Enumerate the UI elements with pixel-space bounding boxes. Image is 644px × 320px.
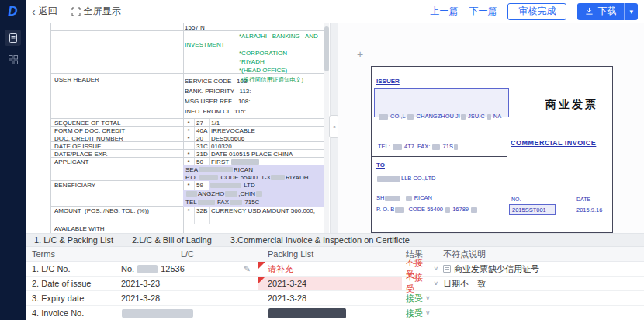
download-button[interactable]: 下载	[577, 3, 624, 20]
result-select[interactable]: 接受∨	[406, 308, 431, 319]
redacted-text	[230, 200, 242, 205]
tab-lc-packing-list[interactable]: 1. L/C & Packing List	[34, 235, 113, 245]
cell-packing-list: 请补充	[258, 262, 402, 276]
cell-terms: 3. Expiry date	[26, 291, 116, 305]
to-label: TO	[376, 162, 385, 169]
error-flag-icon	[258, 277, 265, 283]
highlighted-field[interactable]: P.O. CODE 55400 T-3RIYADH	[183, 173, 326, 181]
cell-result: 不接受∨	[402, 277, 438, 290]
download-split-button: 下载 ▾	[577, 3, 638, 20]
cell-terms: 2. Date of issue	[26, 277, 116, 290]
sidebar-item-dashboard[interactable]	[5, 51, 21, 68]
next-doc-link[interactable]: 下一篇	[469, 5, 497, 18]
swift-field-row: DATE OF ISSUE31C010320	[51, 142, 326, 150]
packing-list-value: 请补充	[268, 263, 293, 275]
download-dropdown-button[interactable]: ▾	[624, 3, 638, 20]
redacted-text	[271, 175, 285, 180]
field-mark: *	[183, 182, 194, 189]
invoice-title-en: COMMERCIAL INVOICE	[511, 139, 596, 147]
sidebar-item-document-review[interactable]	[5, 30, 21, 46]
invoice-date-value: 2015.9.16	[576, 207, 602, 214]
redacted-text	[395, 207, 404, 213]
invoice-no-label: NO.	[511, 197, 521, 202]
user-header-line: MSG USER REF. 108:	[185, 96, 326, 106]
field-value: 1/1	[211, 120, 220, 127]
back-button[interactable]: ‹ 返回	[32, 5, 57, 18]
column-header-discrepancy: 不符点说明	[438, 247, 644, 261]
cell-terms: 4. Invoice No.	[26, 306, 116, 320]
terms-text: 4. Invoice No.	[32, 308, 84, 318]
swift-field-row: DOC. CREDIT NUMBER*20DES505606	[51, 134, 326, 142]
lc-value	[121, 308, 194, 318]
redacted-text	[407, 114, 414, 120]
field-label: AMOUNT (POS. /NEG. TOL. (%))	[54, 207, 149, 214]
fullscreen-label: 全屏显示	[84, 5, 121, 18]
swift-field-rows: SEQUENCE OF TOTAL*271/1FORM OF DOC. CRED…	[51, 119, 326, 158]
redacted-text	[379, 114, 388, 120]
edit-icon[interactable]: ✎	[244, 264, 251, 274]
document-icon	[8, 33, 19, 43]
field-tag: 32B	[196, 207, 207, 214]
fullscreen-button[interactable]: 全屏显示	[71, 5, 121, 18]
chevron-down-icon: ∨	[433, 280, 438, 287]
review-complete-button[interactable]: 审核完成	[507, 3, 566, 20]
buyer-line: P. O. B CODE 55400 16789	[376, 206, 478, 213]
field-tag: 40A	[196, 127, 207, 134]
download-icon	[585, 7, 594, 16]
table-header-row: Terms L/C Packing List 结果 不符点说明	[26, 247, 644, 262]
invoice-document-panel[interactable]: + ISSUER CO.,L CHANGZHOU JI JSU.C NA TEL…	[338, 23, 644, 233]
highlighted-field[interactable]: LTD	[209, 181, 326, 190]
redacted-text	[454, 144, 458, 150]
column-header-packing-list: Packing List	[258, 247, 402, 261]
prev-doc-link[interactable]: 上一篇	[430, 5, 458, 18]
swift-document-panel[interactable]: 1557 N *ALRAJHI BANKING AND INVESTMENT *…	[26, 23, 330, 233]
field-label: DOC. CREDIT NUMBER	[54, 135, 123, 142]
app-window: D ‹ 返回	[0, 0, 644, 320]
cell-discrepancy-note	[438, 306, 644, 320]
column-header-lc: L/C	[116, 247, 258, 261]
invoice-no-highlighted-value[interactable]: 2015SST001	[509, 204, 556, 215]
fullscreen-icon	[71, 7, 81, 16]
chevron-down-icon: ∨	[425, 310, 431, 316]
toolbar: ‹ 返回 全屏显示 上一篇 下一篇 审核完成 下载 ▾	[26, 0, 644, 23]
issuer-highlighted-box[interactable]: CO.,L CHANGZHOU JI JSU.C NA TEL: 4T7 FAX…	[374, 88, 509, 117]
redacted-text	[432, 144, 440, 150]
tab-lc-bill-of-lading[interactable]: 2.L/C & Bill of Lading	[132, 235, 212, 245]
invoice-date-label: DATE	[576, 197, 590, 202]
redacted-text	[385, 196, 400, 201]
bank-name-line: *CORPORATION	[185, 49, 326, 57]
redacted-text	[461, 114, 466, 120]
redacted-text	[231, 159, 259, 165]
pan-tool-icon[interactable]: +	[357, 48, 363, 61]
field-mark: *	[183, 135, 194, 142]
highlighted-field[interactable]: TEL FAX 715C	[183, 198, 326, 207]
redacted-text	[122, 309, 193, 318]
field-value: IRREVOCABLE	[211, 127, 255, 134]
redacted-text	[377, 176, 400, 182]
redacted-text	[210, 183, 241, 188]
lc-value: 2021-3-28	[121, 294, 160, 303]
swift-field-row: DATE/PLACE EXP.*31DDATE 010515 PLACE CHI…	[51, 150, 326, 158]
chevron-down-icon: ∨	[433, 266, 438, 272]
scrollbar-thumb[interactable]	[324, 26, 329, 71]
lc-value: 2021-3-23	[121, 279, 160, 288]
note-text: 商业发票缺少信用证号	[454, 263, 539, 275]
note-icon[interactable]	[443, 265, 451, 273]
tab-invoice-inspection-certificate[interactable]: 3.Commercial Invoice & Inspection on Cer…	[230, 235, 410, 245]
field-tag: 31D	[196, 151, 208, 158]
highlighted-field[interactable]: ANGZHO,CHIN	[183, 190, 326, 198]
cell-discrepancy-note: 日期不一致	[438, 277, 644, 290]
field-value: FIRST	[211, 158, 260, 165]
chevron-down-icon: ∨	[425, 295, 431, 301]
issuer-label: ISSUER	[376, 78, 400, 85]
field-label: DATE OF ISSUE	[54, 143, 101, 150]
swift-row-applicant: APPLICANT * 50 FIRST SEARICAN P.O. CODE …	[51, 158, 326, 181]
redacted-text	[186, 191, 197, 197]
field-mark: *	[183, 120, 194, 127]
terms-text: 1. L/C No.	[32, 264, 71, 273]
highlighted-field[interactable]: SEARICAN	[183, 165, 326, 173]
swift-row-partial: AVAILABLE WITH	[51, 224, 326, 233]
cell-lc	[116, 306, 258, 320]
result-select[interactable]: 接受∨	[406, 293, 431, 304]
table-row: 1. L/C No.No. 12536✎请补充不接受∨商业发票缺少信用证号	[26, 262, 644, 277]
